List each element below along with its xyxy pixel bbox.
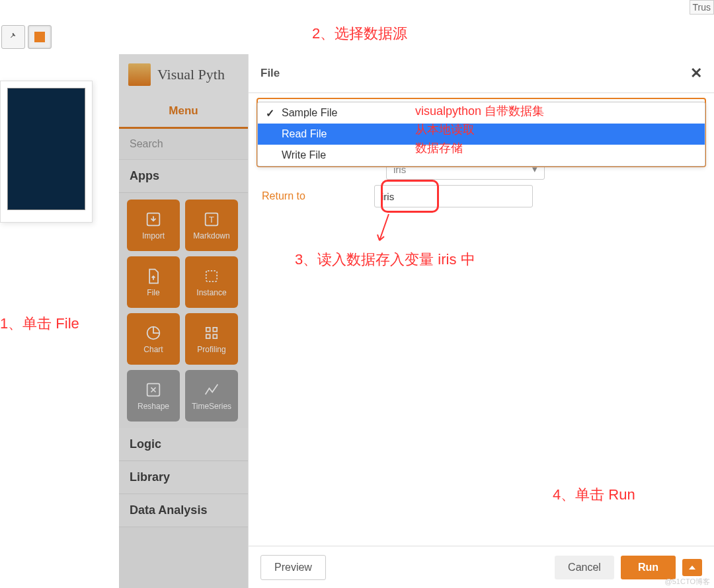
vp-header: Visual Pyth <box>119 54 248 95</box>
dialog-titlebar: File ✕ <box>249 54 714 93</box>
instance-icon <box>202 267 221 285</box>
import-icon <box>144 210 163 229</box>
cell-preview-output <box>7 88 85 210</box>
app-timeseries-label: TimeSeries <box>192 402 231 411</box>
dialog-title: File <box>260 67 280 80</box>
stop-button[interactable] <box>28 25 52 49</box>
annotation-2: 2、选择数据源 <box>312 24 407 44</box>
app-timeseries[interactable]: TimeSeries <box>185 370 238 422</box>
close-icon[interactable]: ✕ <box>690 65 702 82</box>
annotation-4: 4、单击 Run <box>553 485 635 505</box>
app-chart[interactable]: Chart <box>127 313 180 365</box>
pin-icon <box>8 32 19 42</box>
mini-toolbar <box>1 25 52 49</box>
reshape-icon <box>144 381 163 399</box>
app-import-label: Import <box>142 231 165 240</box>
dropdown-option-read[interactable]: Read File <box>258 124 705 145</box>
stop-icon <box>34 32 45 42</box>
cell-preview <box>0 81 93 223</box>
svg-rect-8 <box>213 334 217 338</box>
vp-logo-icon <box>128 63 151 86</box>
section-logic[interactable]: Logic <box>119 428 248 461</box>
app-chart-label: Chart <box>143 345 163 354</box>
svg-rect-6 <box>213 328 217 332</box>
file-mode-dropdown: Sample File Read File Write File <box>257 98 706 167</box>
watermark: @51CTO博客 <box>665 577 710 587</box>
trust-indicator: Trus <box>690 0 714 15</box>
run-button[interactable]: Run <box>621 556 676 579</box>
svg-rect-5 <box>206 328 210 332</box>
svg-rect-7 <box>206 334 210 338</box>
file-dialog: File ✕ iris ▾ Sample File Read File Writ… <box>248 54 714 588</box>
chart-icon <box>144 324 163 342</box>
app-reshape-label: Reshape <box>138 402 169 411</box>
profiling-icon <box>202 324 221 342</box>
pin-button[interactable] <box>1 25 25 49</box>
dropdown-option-write[interactable]: Write File <box>258 145 705 166</box>
app-profiling[interactable]: Profiling <box>185 313 238 365</box>
return-to-label: Return to <box>262 190 348 202</box>
dropdown-option-sample[interactable]: Sample File <box>258 102 705 124</box>
visual-python-panel: Visual Pyth Menu Search Apps Import T Ma… <box>119 54 248 588</box>
cancel-button[interactable]: Cancel <box>555 556 614 579</box>
app-file-label: File <box>147 288 159 297</box>
app-reshape[interactable]: Reshape <box>127 370 180 422</box>
annotation-1: 1、单击 File <box>0 314 79 334</box>
highlight-box <box>381 180 439 213</box>
vp-title: Visual Pyth <box>157 66 225 83</box>
search-input[interactable]: Search <box>119 129 248 160</box>
app-import[interactable]: Import <box>127 200 180 251</box>
arrow-icon <box>374 211 393 246</box>
apps-grid: Import T Markdown File Instance Chart Pr… <box>119 193 248 428</box>
annotation-3: 3、读入数据存入变量 iris 中 <box>295 250 475 270</box>
run-dropdown-button[interactable] <box>682 559 702 576</box>
caret-up-icon <box>689 565 695 570</box>
app-instance-label: Instance <box>196 288 226 297</box>
app-markdown-label: Markdown <box>193 231 229 240</box>
dialog-footer: Preview Cancel Run <box>249 546 714 588</box>
svg-text:T: T <box>209 215 214 225</box>
markdown-icon: T <box>202 210 221 229</box>
app-profiling-label: Profiling <box>197 345 225 354</box>
timeseries-icon <box>202 381 221 399</box>
svg-rect-3 <box>206 271 217 281</box>
app-instance[interactable]: Instance <box>185 256 238 308</box>
file-icon <box>144 267 163 285</box>
section-data-analysis[interactable]: Data Analysis <box>119 494 248 527</box>
section-apps[interactable]: Apps <box>119 160 248 193</box>
tab-menu[interactable]: Menu <box>119 95 248 129</box>
app-file[interactable]: File <box>127 256 180 308</box>
preview-button[interactable]: Preview <box>260 555 326 580</box>
app-markdown[interactable]: T Markdown <box>185 200 238 251</box>
section-library[interactable]: Library <box>119 461 248 494</box>
